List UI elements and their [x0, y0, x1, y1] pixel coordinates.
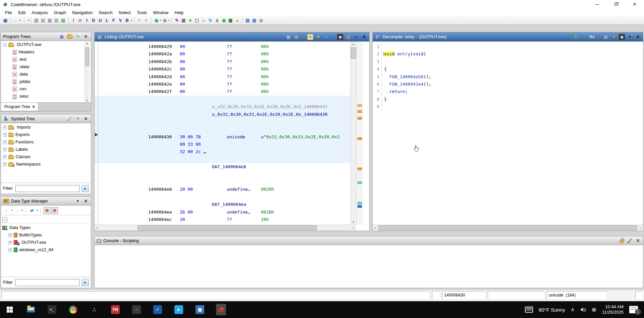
save-icon[interactable]: ▣ — [2, 17, 9, 24]
scroll-up-icon[interactable]: ∧ — [351, 42, 356, 47]
letter-d-icon[interactable]: D — [90, 17, 97, 24]
listing-row[interactable]: 1400064e820 00undefine…0020h — [95, 186, 356, 193]
symbol-tree-item-namespaces[interactable]: +{}Namespaces — [1, 161, 91, 168]
dtm-item-windowsvs1264[interactable]: +windows_vs12_64 — [1, 246, 91, 254]
snapshot-symbols-icon[interactable]: ↷ — [75, 116, 81, 122]
listing-row[interactable]: DAT_1400064ea — [95, 201, 356, 208]
program-trees-scrollbar[interactable]: ∧ ∨ — [85, 41, 90, 103]
tab-close-icon[interactable]: × — [32, 104, 35, 109]
notification-center-icon[interactable]: 1 — [629, 306, 638, 313]
search-memory-icon[interactable]: ◎ — [258, 17, 264, 24]
file-explorer-icon[interactable] — [26, 304, 36, 315]
fn-app-icon[interactable]: FN — [110, 304, 120, 315]
decompile-line[interactable]: 4{ — [373, 65, 643, 73]
cursor-location-icon[interactable]: ↖ — [307, 34, 313, 40]
scroll-lock-icon[interactable] — [619, 238, 625, 244]
paste-special-icon[interactable]: ▤ — [60, 17, 66, 24]
listing-row[interactable] — [95, 118, 356, 126]
tree-expander-icon[interactable]: − — [3, 43, 7, 47]
menu-help[interactable]: Help — [171, 9, 186, 16]
restore-button[interactable] — [606, 0, 625, 9]
tree-expander-icon[interactable]: + — [8, 233, 12, 237]
scroll-up-icon[interactable]: ∧ — [85, 41, 90, 46]
memory-map-icon[interactable]: ▦ — [180, 17, 187, 24]
dtm-filter-input[interactable] — [15, 279, 79, 286]
decompile-line[interactable]: 2void entry(void) — [373, 50, 643, 58]
listing-row[interactable]: u_x32,0x30,0x33,0x2E,0x30,0x2E,0x3_14000… — [95, 103, 356, 110]
dtm-filter-settings-icon[interactable]: ► — [82, 279, 89, 286]
open-folder-icon[interactable] — [67, 34, 73, 40]
symbol-tree-item-labels[interactable]: +●Labels — [1, 146, 91, 153]
scroll-right-icon[interactable]: > — [638, 225, 643, 231]
scroll-thumb[interactable] — [138, 225, 317, 230]
letter-b-icon-dropdown[interactable]: ▾ — [131, 19, 132, 22]
graph-icon[interactable]: ∴ — [581, 34, 587, 40]
listing-format-dropdown-icon[interactable]: ▾ — [353, 34, 359, 40]
letter-f-icon[interactable]: F — [110, 17, 117, 24]
listing-row[interactable] — [95, 178, 356, 186]
edit-icon[interactable] — [611, 34, 617, 40]
blue-app-icon[interactable]: ✓ — [153, 304, 163, 315]
letter-b-icon[interactable]: B — [124, 17, 130, 24]
scroll-right-icon[interactable]: > — [351, 225, 356, 231]
listing-row[interactable]: 32 00 2c … — [95, 148, 356, 155]
program-trees-header[interactable]: Program Trees ▦ ↷ × — [1, 32, 91, 41]
copy-icon[interactable]: ▤ — [33, 17, 40, 24]
wand-icon[interactable]: ✎ — [173, 17, 180, 24]
ibeam-icon[interactable]: I — [70, 17, 77, 24]
decompile-header[interactable]: Cf Decompile: entry - (OUTPUT.exe) ↻ ∴ R… — [373, 32, 643, 42]
tree-expander-icon[interactable]: + — [3, 126, 7, 129]
tree-expander-icon[interactable]: + — [3, 155, 7, 159]
scroll-thumb[interactable] — [85, 47, 89, 66]
edit-console-icon[interactable] — [627, 238, 633, 244]
symbol-tree-item-functions[interactable]: +ƒFunctions — [1, 138, 91, 146]
listing-header[interactable]: ▤ Listing: OUTPUT.exe ▤ ▤ ↖ ▼ ✓ ◉ ▥ ▾ × — [95, 32, 369, 42]
clear-flow-icon[interactable]: ≈ — [136, 17, 143, 24]
snapshot-tree-icon[interactable]: ↷ — [75, 34, 81, 40]
menu-edit[interactable]: Edit — [15, 9, 29, 16]
run-icon[interactable]: ◉ — [220, 17, 227, 24]
ghidra-icon[interactable] — [216, 304, 226, 315]
symbol-tree-close-icon[interactable]: × — [83, 116, 89, 122]
menu-search[interactable]: Search — [96, 9, 115, 16]
letter-l-icon[interactable]: L — [104, 17, 110, 24]
menu-window[interactable]: Window — [150, 9, 171, 16]
decompile-line[interactable]: 7 return; — [373, 88, 643, 95]
decompile-line[interactable]: 5 FUN_140004a58(); — [373, 73, 643, 81]
scroll-down-icon[interactable]: ∨ — [85, 98, 90, 103]
decompile-content[interactable]: 12void entry(void)34{5 FUN_140004a58();6… — [373, 42, 643, 225]
analysis-on-icon[interactable]: ◉ — [153, 17, 160, 24]
dtm-item-outputexe[interactable]: +✓OUTPUT.exe — [1, 239, 91, 246]
clear-code-icon[interactable]: ⊘ — [77, 17, 84, 24]
person-icon[interactable]: ♟ — [214, 17, 220, 24]
tree-item-rdata[interactable]: .rdata — [1, 63, 91, 71]
paw-app-icon[interactable]: ∴ — [89, 304, 99, 315]
tree-item-pdata[interactable]: .pdata — [1, 78, 91, 85]
edit-filter-icon[interactable] — [67, 116, 73, 122]
symbol-tree-item-exports[interactable]: +Exports — [1, 131, 91, 138]
navigation-marker[interactable] — [358, 110, 362, 113]
snapshot-camera-icon[interactable]: ◉ — [337, 34, 343, 40]
listing-vscrollbar[interactable]: ∧ ∨ — [350, 42, 356, 225]
tree-expander-icon[interactable]: + — [8, 248, 12, 252]
navigation-marker[interactable] — [358, 117, 362, 120]
redo-analysis-icon[interactable]: ↻ — [207, 17, 214, 24]
scroll-down-icon[interactable]: ∨ — [351, 219, 356, 225]
symbol-tree-item-imports[interactable]: +▲Imports — [1, 124, 91, 131]
listing-row[interactable] — [95, 171, 356, 178]
video-icon[interactable]: ▦ — [227, 17, 234, 24]
paste-icon[interactable]: ▤ — [293, 34, 300, 40]
navigation-marker[interactable] — [358, 168, 362, 170]
plant-icon[interactable]: ∗ — [187, 17, 194, 24]
menu-tools[interactable]: Tools — [134, 9, 150, 16]
tray-chevron-icon[interactable]: ∧ — [571, 307, 575, 313]
listing-row[interactable]: 14000642b00??00h — [95, 58, 356, 65]
decompile-hscrollbar[interactable]: < > — [373, 225, 643, 231]
paste-icon[interactable]: ▤ — [40, 17, 46, 24]
scroll-left-icon[interactable]: < — [373, 225, 378, 231]
console-header[interactable]: Console - Scripting × — [95, 236, 643, 245]
table-view-icon[interactable]: ▤ — [244, 17, 251, 24]
listing-row[interactable]: 14000642a00??00h — [95, 50, 356, 58]
listing-row[interactable] — [95, 96, 356, 103]
tree-expander-icon[interactable]: + — [8, 241, 12, 244]
